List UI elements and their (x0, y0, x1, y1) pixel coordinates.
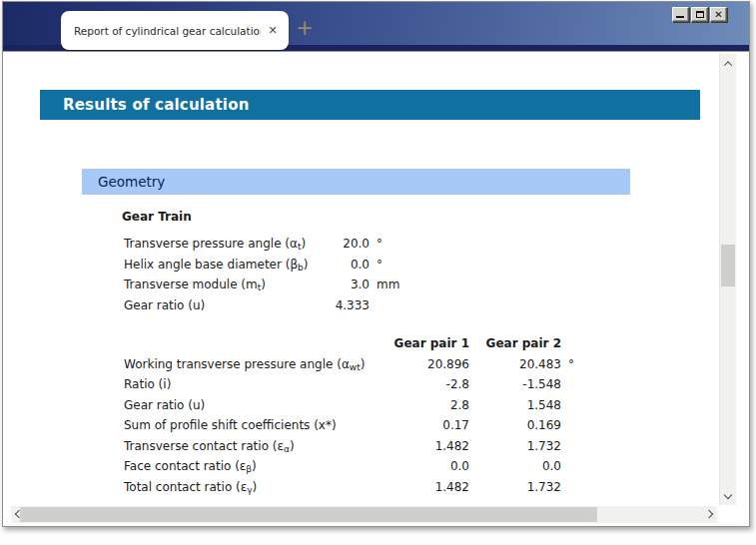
table-row: Gear ratio (u) 2.8 1.548 (124, 395, 574, 416)
row-unit: mm (377, 274, 399, 295)
geometry-section-banner: Geometry (82, 169, 630, 195)
row-value-pair1: 1.482 (374, 477, 469, 498)
row-value-pair1: 20.896 (374, 354, 469, 375)
row-label: Transverse pressure angle (αt) (124, 234, 324, 255)
row-label: Transverse contact ratio (εα) (124, 436, 374, 457)
report-title-banner: Results of calculation (40, 90, 700, 120)
row-label: Gear ratio (u) (124, 395, 374, 416)
row-value: 3.0 (324, 274, 370, 295)
tab-close-icon[interactable]: ✕ (265, 23, 281, 39)
table-row: Gear ratio (u) 4.333 (124, 295, 399, 316)
col-header-gear-pair-2: Gear pair 2 (469, 333, 561, 354)
row-value: 4.333 (324, 295, 370, 316)
row-label: Gear ratio (u) (124, 295, 324, 316)
row-label: Working transverse pressure angle (αwt) (124, 354, 374, 375)
row-value-pair1: 0.17 (374, 415, 469, 436)
scroll-right-arrow-icon[interactable] (701, 506, 717, 522)
row-label: Transverse module (mt) (124, 274, 324, 295)
horizontal-scrollbar-thumb[interactable] (20, 507, 597, 522)
table-row: Transverse pressure angle (αt) 20.0 ° (124, 234, 399, 255)
scroll-down-arrow-icon[interactable] (720, 487, 736, 503)
row-value-pair2: 0.0 (469, 456, 561, 477)
row-unit: ° (377, 234, 382, 255)
minimize-icon (676, 16, 684, 18)
report-window: Report of cylindrical gear calculation a… (2, 1, 750, 527)
horizontal-scrollbar[interactable] (11, 506, 717, 523)
row-label: Total contact ratio (εγ) (124, 477, 374, 498)
table-header-row: Gear pair 1 Gear pair 2 (124, 333, 574, 354)
table-row: Working transverse pressure angle (αwt) … (124, 354, 574, 375)
row-label: Ratio (i) (124, 374, 374, 395)
row-value: 20.0 (324, 234, 370, 255)
table-row: Ratio (i) -2.8 -1.548 (124, 374, 574, 395)
table-row: Helix angle base diameter (βb) 0.0 ° (124, 255, 399, 275)
vertical-scrollbar[interactable] (719, 54, 736, 505)
row-unit: ° (568, 354, 574, 375)
row-label: Sum of profile shift coefficients (x*) (124, 415, 374, 436)
table-row: Transverse contact ratio (εα) 1.482 1.73… (124, 436, 574, 457)
table-row: Sum of profile shift coefficients (x*) 0… (124, 415, 574, 436)
tab-title: Report of cylindrical gear calculation a… (74, 25, 261, 37)
report-title: Results of calculation (63, 96, 250, 114)
row-value-pair2: 0.169 (469, 415, 561, 436)
table-row: Face contact ratio (εβ) 0.0 0.0 (124, 456, 574, 477)
row-value: 0.0 (324, 255, 370, 275)
row-value-pair2: 1.732 (469, 477, 561, 498)
row-value-pair1: 0.0 (374, 456, 469, 477)
row-value-pair1: 1.482 (374, 436, 469, 457)
row-value-pair1: -2.8 (374, 374, 469, 395)
row-value-pair2: 1.732 (469, 436, 561, 457)
row-value-pair1: 2.8 (374, 395, 469, 416)
table-row: Total contact ratio (εγ) 1.482 1.732 (124, 477, 574, 498)
title-bar: Report of cylindrical gear calculation a… (3, 2, 749, 52)
row-label: Helix angle base diameter (βb) (124, 255, 324, 275)
col-header-gear-pair-1: Gear pair 1 (374, 333, 469, 354)
row-value-pair2: 20.483 (469, 354, 561, 375)
new-tab-button[interactable]: + (293, 16, 317, 40)
minimize-button[interactable] (672, 7, 689, 22)
close-icon: ✕ (714, 10, 722, 20)
maximize-button[interactable] (691, 7, 708, 22)
gear-train-heading: Gear Train (122, 210, 192, 224)
scroll-up-arrow-icon[interactable] (720, 56, 736, 72)
gear-pair-table: Gear pair 1 Gear pair 2 Working transver… (124, 333, 574, 497)
row-label: Face contact ratio (εβ) (124, 456, 374, 477)
gear-train-table: Transverse pressure angle (αt) 20.0 ° He… (124, 234, 399, 315)
table-row: Transverse module (mt) 3.0 mm (124, 274, 399, 295)
section-title: Geometry (98, 174, 165, 190)
row-unit: ° (377, 255, 382, 275)
row-value-pair2: -1.548 (469, 374, 561, 395)
maximize-icon (696, 11, 704, 18)
window-controls: ✕ (672, 7, 727, 22)
row-value-pair2: 1.548 (469, 395, 561, 416)
vertical-scrollbar-thumb[interactable] (721, 245, 735, 286)
close-button[interactable]: ✕ (710, 7, 727, 22)
tab-report[interactable]: Report of cylindrical gear calculation a… (61, 11, 289, 50)
report-document: Results of calculation Geometry Gear Tra… (3, 53, 749, 526)
